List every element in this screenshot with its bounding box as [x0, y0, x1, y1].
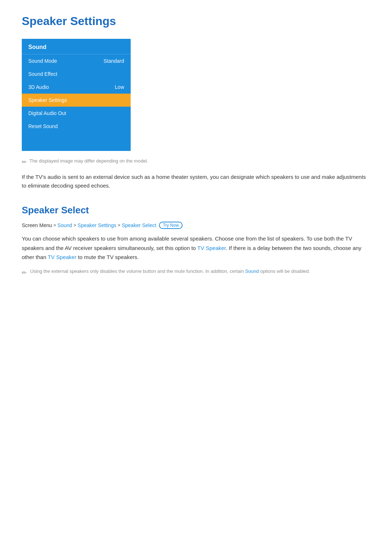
pencil-icon-2: ✏	[22, 268, 26, 278]
menu-item-sound-effect[interactable]: Sound Effect	[22, 67, 131, 81]
menu-item-label: Speaker Settings	[28, 97, 67, 103]
menu-footer	[22, 133, 131, 151]
menu-item-digital-audio-out[interactable]: Digital Audio Out	[22, 107, 131, 120]
menu-item-label: Sound Effect	[28, 71, 57, 77]
note1-text: The displayed image may differ depending…	[29, 158, 148, 164]
sound-highlight: Sound	[245, 268, 259, 274]
try-now-badge[interactable]: Try Now	[159, 222, 182, 229]
menu-item-3d-audio[interactable]: 3D Audio Low	[22, 81, 131, 94]
body-text-1c: to mute the TV speakers.	[77, 254, 139, 260]
menu-item-label: Digital Audio Out	[28, 110, 66, 116]
note1: ✏ The displayed image may differ dependi…	[22, 158, 370, 165]
menu-panel: Sound Sound Mode Standard Sound Effect 3…	[22, 39, 131, 151]
menu-item-value: Standard	[103, 58, 124, 64]
page-title: Speaker Settings	[22, 15, 370, 28]
breadcrumb-sep2: >	[74, 223, 76, 228]
menu-item-value: Low	[115, 84, 124, 90]
menu-item-label: 3D Audio	[28, 84, 49, 90]
breadcrumb-speaker-select[interactable]: Speaker Select	[122, 222, 156, 228]
section-title: Speaker Select	[22, 205, 370, 216]
note2-text: Using the external speakers only disable…	[30, 268, 310, 275]
menu-item-reset-sound[interactable]: Reset Sound	[22, 120, 131, 133]
tv-speaker-highlight-2: TV Speaker	[48, 254, 76, 260]
breadcrumb-sound[interactable]: Sound	[57, 222, 72, 228]
breadcrumb-sep3: >	[118, 223, 120, 228]
menu-item-label: Sound Mode	[28, 58, 57, 64]
note2: ✏ Using the external speakers only disab…	[22, 268, 370, 278]
breadcrumb: Screen Menu > Sound > Speaker Settings >…	[22, 222, 370, 229]
menu-item-sound-mode[interactable]: Sound Mode Standard	[22, 54, 131, 67]
menu-item-label: Reset Sound	[28, 123, 58, 129]
breadcrumb-sep1: >	[53, 223, 56, 228]
breadcrumb-speaker-settings[interactable]: Speaker Settings	[78, 222, 117, 228]
menu-header: Sound	[22, 39, 131, 54]
menu-item-speaker-settings[interactable]: Speaker Settings	[22, 94, 131, 107]
breadcrumb-screen-menu: Screen Menu	[22, 222, 52, 228]
tv-speaker-highlight-1: TV Speaker	[197, 245, 226, 251]
pencil-icon: ✏	[22, 159, 26, 165]
description-text: If the TV's audio is sent to an external…	[22, 173, 370, 190]
body-text-1: You can choose which speakers to use fro…	[22, 234, 370, 262]
